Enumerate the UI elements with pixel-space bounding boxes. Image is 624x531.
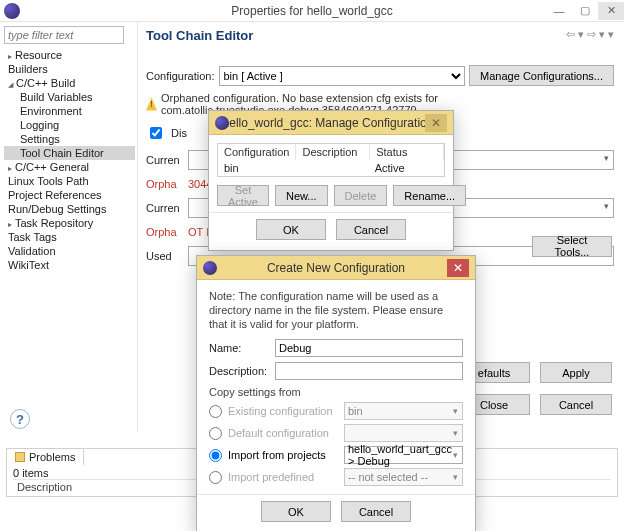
- dialog-close-button[interactable]: ✕: [425, 114, 447, 132]
- import-projects-select[interactable]: hello_world_uart_gcc > Debug: [344, 446, 463, 464]
- description-label: Description:: [209, 365, 269, 377]
- tree-item[interactable]: Run/Debug Settings: [4, 202, 135, 216]
- tree-item[interactable]: C/C++ General: [4, 160, 135, 174]
- tree-item[interactable]: Build Variables: [4, 90, 135, 104]
- config-table[interactable]: Configuration Description Status bin Act…: [217, 143, 445, 177]
- existing-select[interactable]: bin: [344, 402, 463, 420]
- tree-item[interactable]: Linux Tools Path: [4, 174, 135, 188]
- mcfg-cancel-button[interactable]: Cancel: [336, 219, 406, 240]
- tree-item[interactable]: Validation: [4, 244, 135, 258]
- newcfg-ok-button[interactable]: OK: [261, 501, 331, 522]
- tree-item[interactable]: Resource: [4, 48, 135, 62]
- import-predef-select[interactable]: -- not selected --: [344, 468, 463, 486]
- dialog-close-button[interactable]: ✕: [447, 259, 469, 277]
- tree-item[interactable]: Project References: [4, 188, 135, 202]
- create-new-config-dialog: Create New Configuration ✕ Note: The con…: [196, 255, 476, 531]
- eclipse-icon: [203, 261, 217, 275]
- name-input[interactable]: [275, 339, 463, 357]
- problems-tab[interactable]: Problems: [6, 448, 84, 465]
- newcfg-cancel-button[interactable]: Cancel: [341, 501, 411, 522]
- titlebar: Properties for hello_world_gcc — ▢ ✕: [0, 0, 624, 22]
- new-config-button[interactable]: New...: [275, 185, 328, 206]
- tree-item[interactable]: Environment: [4, 104, 135, 118]
- tree-item[interactable]: WikiText: [4, 258, 135, 272]
- help-icon[interactable]: ?: [10, 409, 30, 429]
- nav-arrows[interactable]: ⇦ ▾ ⇨ ▾ ▾: [566, 28, 614, 41]
- cancel-dialog-button[interactable]: Cancel: [540, 394, 612, 415]
- dialog-title: Create New Configuration: [197, 261, 475, 275]
- default-select[interactable]: [344, 424, 463, 442]
- radio-existing[interactable]: [209, 405, 222, 418]
- sidebar: ResourceBuildersC/C++ BuildBuild Variabl…: [0, 22, 138, 432]
- config-select[interactable]: bin [ Active ]: [219, 66, 466, 86]
- radio-default[interactable]: [209, 427, 222, 440]
- tree-item[interactable]: Task Tags: [4, 230, 135, 244]
- tree-item[interactable]: Settings: [4, 132, 135, 146]
- note-text: Note: The configuration name will be use…: [209, 290, 463, 331]
- window-title: Properties for hello_world_gcc: [0, 4, 624, 18]
- eclipse-icon: [215, 116, 229, 130]
- manage-configurations-button[interactable]: Manage Configurations...: [469, 65, 614, 86]
- tree-item[interactable]: Logging: [4, 118, 135, 132]
- page-heading: Tool Chain Editor: [146, 28, 614, 43]
- dialog-title: hello_world_gcc: Manage Configurations: [209, 116, 453, 130]
- set-active-button[interactable]: Set Active: [217, 185, 269, 206]
- select-tools-button[interactable]: Select Tools...: [532, 236, 612, 257]
- tree-item[interactable]: Task Repository: [4, 216, 135, 230]
- apply-button[interactable]: Apply: [540, 362, 612, 383]
- delete-config-button[interactable]: Delete: [334, 185, 388, 206]
- tree-item[interactable]: C/C++ Build: [4, 76, 135, 90]
- problems-icon: [15, 452, 25, 462]
- tree-item[interactable]: Builders: [4, 62, 135, 76]
- display-compat-label: Dis: [171, 127, 187, 139]
- tree-item[interactable]: Tool Chain Editor: [4, 146, 135, 160]
- description-input[interactable]: [275, 362, 463, 380]
- filter-input[interactable]: [4, 26, 124, 44]
- config-label: Configuration:: [146, 70, 215, 82]
- table-row: bin Active: [218, 160, 444, 176]
- radio-import-predefined[interactable]: [209, 471, 222, 484]
- rename-config-button[interactable]: Rename...: [393, 185, 466, 206]
- manage-configurations-dialog: hello_world_gcc: Manage Configurations ✕…: [208, 110, 454, 251]
- display-compat-checkbox[interactable]: [150, 127, 162, 139]
- mcfg-ok-button[interactable]: OK: [256, 219, 326, 240]
- warning-icon: !: [146, 98, 157, 111]
- copy-settings-title: Copy settings from: [209, 386, 463, 398]
- name-label: Name:: [209, 342, 269, 354]
- radio-import-projects[interactable]: [209, 449, 222, 462]
- property-tree[interactable]: ResourceBuildersC/C++ BuildBuild Variabl…: [4, 48, 135, 272]
